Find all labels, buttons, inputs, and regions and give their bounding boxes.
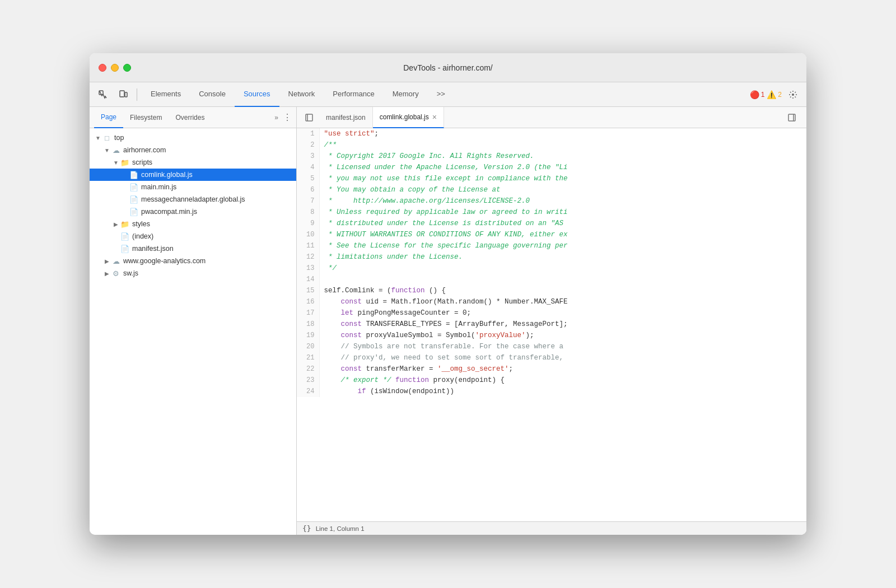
tree-item-google-analytics[interactable]: ▶ ☁ www.google-analytics.com [90, 255, 296, 267]
table-row: 10 * WITHOUT WARRANTIES OR CONDITIONS OF… [297, 229, 806, 240]
line-number: 23 [297, 375, 319, 386]
tree-label-comlink-global: comlink.global.js [141, 171, 193, 179]
table-row: 5 * you may not use this file except in … [297, 173, 806, 184]
line-content: "use strict"; [319, 128, 806, 139]
line-number: 10 [297, 229, 319, 240]
line-content: const transferMarker = '__omg_so_secret'… [319, 363, 806, 375]
close-button[interactable] [99, 64, 106, 72]
table-row: 9 * distributed under the License is dis… [297, 218, 806, 229]
maximize-button[interactable] [123, 64, 131, 72]
table-row: 20 // Symbols are not transferable. For … [297, 341, 806, 352]
table-row: 7 * http://www.apache.org/licenses/LICEN… [297, 195, 806, 207]
tab-memory[interactable]: Memory [384, 82, 428, 107]
tree-item-sw[interactable]: ▶ ⚙ sw.js [90, 267, 296, 279]
line-content: * You may obtain a copy of the License a… [319, 184, 806, 195]
devtools-window: DevTools - airhorner.com/ Elements Conso… [90, 53, 806, 535]
tree-label-sw: sw.js [123, 269, 138, 277]
editor-tab-comlink-label: comlink.global.js [380, 113, 429, 121]
line-number: 14 [297, 274, 319, 285]
subtab-page[interactable]: Page [94, 107, 123, 128]
js-file-icon: 📄 [129, 182, 139, 192]
folder-blue-icon: 📁 [120, 157, 130, 167]
svg-rect-5 [306, 114, 312, 121]
tree-item-main-min[interactable]: 📄 main.min.js [90, 181, 296, 193]
editor-tab-manifest-label: manifest.json [326, 114, 366, 122]
arrow-icon: ▶ [112, 220, 120, 228]
main-toolbar: Elements Console Sources Network Perform… [90, 82, 806, 107]
spacer [121, 171, 129, 179]
table-row: 12 * limitations under the License. [297, 251, 806, 263]
folder-blue-icon: 📁 [120, 219, 130, 229]
tree-item-pwacompat[interactable]: 📄 pwacompat.min.js [90, 206, 296, 218]
tree-label-manifest: manifest.json [132, 245, 174, 253]
error-icon: 🔴 [750, 90, 759, 99]
error-count: 1 [761, 91, 765, 99]
subtab-overrides[interactable]: Overrides [169, 107, 211, 128]
token: if [358, 388, 366, 395]
tab-network[interactable]: Network [279, 82, 324, 107]
tree-item-top[interactable]: ▼ □ top [90, 132, 296, 144]
subtab-more-icon[interactable]: » [274, 114, 278, 122]
line-number: 11 [297, 240, 319, 251]
code-editor[interactable]: 1"use strict";2/**3 * Copyright 2017 Goo… [297, 128, 806, 521]
spacer [121, 208, 129, 216]
tree-item-styles[interactable]: ▶ 📁 styles [90, 218, 296, 230]
settings-icon[interactable] [784, 86, 802, 104]
tab-performance[interactable]: Performance [324, 82, 383, 107]
token: * See the License for the specific langu… [324, 242, 568, 250]
title-bar: DevTools - airhorner.com/ [90, 53, 806, 82]
tree-item-messagechannel[interactable]: 📄 messagechanneladapter.global.js [90, 193, 296, 206]
tab-more[interactable]: >> [428, 82, 454, 107]
editor-tab-manifest[interactable]: manifest.json [319, 107, 373, 128]
svg-rect-1 [120, 91, 124, 97]
token: * limitations under the License. [324, 253, 463, 261]
close-tab-icon[interactable]: × [432, 113, 437, 121]
svg-rect-2 [125, 92, 127, 97]
file-tree: ▼ □ top ▼ ☁ airhorner.com ▼ 📁 scripts [90, 128, 296, 535]
warn-badge[interactable]: ⚠️ 2 [767, 90, 782, 99]
table-row: 23 /* export */ function proxy(endpoint)… [297, 375, 806, 386]
tree-item-scripts[interactable]: ▼ 📁 scripts [90, 156, 296, 169]
collapse-editor-icon[interactable] [784, 110, 800, 125]
token: * Copyright 2017 Google Inc. All Rights … [324, 152, 534, 160]
format-icon[interactable]: {} [302, 524, 311, 533]
tree-item-comlink-global[interactable]: 📄 comlink.global.js [90, 169, 296, 181]
tree-label-styles: styles [132, 220, 150, 228]
table-row: 1"use strict"; [297, 128, 806, 139]
minimize-button[interactable] [111, 64, 119, 72]
line-content: const uid = Math.floor(Math.random() * N… [319, 296, 806, 307]
error-badge[interactable]: 🔴 1 [750, 90, 765, 99]
line-number: 24 [297, 386, 319, 397]
line-content: * distributed under the License is distr… [319, 218, 806, 229]
line-content: let pingPongMessageCounter = 0; [319, 307, 806, 319]
line-number: 7 [297, 195, 319, 207]
arrow-icon: ▼ [103, 146, 111, 154]
table-row: 4 * Licensed under the Apache License, V… [297, 162, 806, 173]
token: /** [324, 141, 337, 149]
tab-sources[interactable]: Sources [235, 82, 279, 107]
tab-console[interactable]: Console [190, 82, 235, 107]
collapse-sidebar-icon[interactable] [301, 110, 317, 125]
tree-item-airhorner[interactable]: ▼ ☁ airhorner.com [90, 144, 296, 156]
line-number: 20 [297, 341, 319, 352]
line-content: // Symbols are not transferable. For the… [319, 341, 806, 352]
subtab-filesystem[interactable]: Filesystem [123, 107, 169, 128]
warn-count: 2 [778, 91, 782, 99]
line-content: * WITHOUT WARRANTIES OR CONDITIONS OF AN… [319, 229, 806, 240]
sub-tabs: Page Filesystem Overrides » ⋮ [90, 107, 296, 128]
inspect-icon[interactable] [94, 86, 112, 104]
table-row: 14 [297, 274, 806, 285]
tree-item-manifest[interactable]: 📄 manifest.json [90, 242, 296, 255]
line-content: */ [319, 263, 806, 274]
token: let [341, 309, 354, 317]
line-number: 21 [297, 352, 319, 363]
tab-elements[interactable]: Elements [142, 82, 190, 107]
editor-tab-comlink[interactable]: comlink.global.js × [373, 107, 444, 128]
token: /* export */ [341, 376, 391, 384]
table-row: 8 * Unless required by applicable law or… [297, 207, 806, 218]
tree-label-scripts: scripts [132, 158, 152, 166]
spacer [112, 232, 120, 240]
subtab-menu-icon[interactable]: ⋮ [283, 112, 292, 123]
tree-item-index[interactable]: 📄 (index) [90, 230, 296, 242]
device-icon[interactable] [114, 86, 132, 104]
